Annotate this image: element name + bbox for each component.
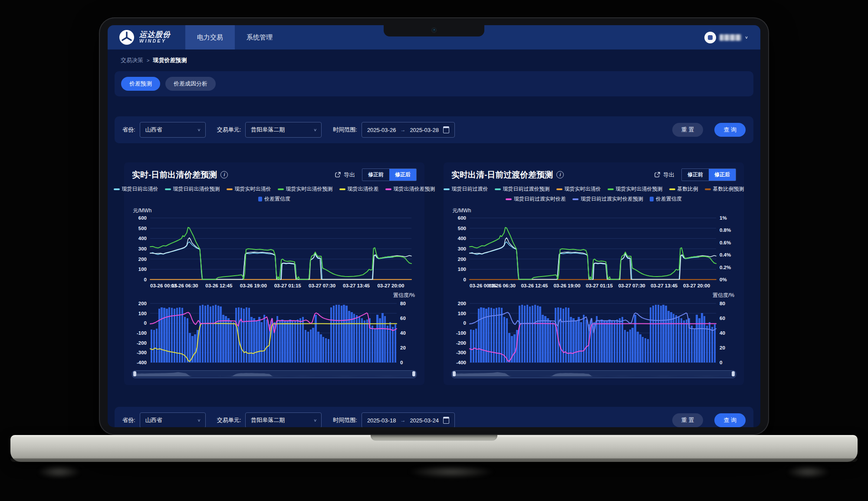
laptop-foot-shadow	[37, 465, 81, 478]
legend-item[interactable]: 现货实时出清价预测	[608, 185, 663, 193]
date-end[interactable]: 2025-03-28	[410, 127, 439, 133]
svg-text:0: 0	[464, 277, 466, 282]
reset-button[interactable]: 重 置	[672, 413, 704, 427]
legend-item[interactable]: 现货出清价差预测	[385, 185, 435, 193]
date-range-picker[interactable]: 2025-03-26 → 2025-03-28	[362, 122, 455, 138]
legend-swatch	[608, 188, 614, 190]
date-range-picker[interactable]: 2025-03-18 → 2025-03-24	[362, 412, 455, 427]
legend-item[interactable]: 现货日前出清价预测	[165, 185, 220, 193]
datazoom-slider[interactable]	[451, 370, 736, 378]
filter-bar-top: 省份: 山西省 ∨ 交易单元: 昔阳皋落二期 ∨ 时间范围: 2025-03-2…	[115, 116, 753, 143]
svg-text:03-27 13:45: 03-27 13:45	[343, 283, 370, 288]
svg-text:03-27 01:15: 03-27 01:15	[586, 283, 613, 288]
legend-item[interactable]: 现货出清价差	[339, 185, 379, 193]
export-label: 导出	[344, 171, 355, 179]
legend-item[interactable]: 价差置信度	[258, 195, 290, 203]
toggle-after-correction[interactable]: 修正后	[389, 169, 416, 181]
info-icon[interactable]: i	[220, 171, 228, 178]
legend-swatch	[258, 197, 262, 201]
date-start[interactable]: 2025-03-26	[367, 127, 396, 133]
date-start[interactable]: 2025-03-18	[367, 417, 396, 424]
trading-unit-select[interactable]: 昔阳皋落二期 ∨	[245, 122, 322, 138]
svg-text:60: 60	[720, 316, 725, 321]
legend-item[interactable]: 现货日前过渡实时价差	[506, 195, 566, 203]
svg-text:60: 60	[400, 316, 406, 321]
legend-item[interactable]: 现货实时出清价	[227, 185, 271, 193]
svg-text:03-26 19:00: 03-26 19:00	[240, 283, 267, 288]
breadcrumb-parent[interactable]: 交易决策	[121, 56, 143, 64]
svg-text:0.4%: 0.4%	[720, 252, 731, 257]
nav-item-power-trading[interactable]: 电力交易	[185, 25, 235, 49]
legend-item[interactable]: 现货实时出清价预测	[278, 185, 333, 193]
legend-swatch	[227, 188, 233, 190]
province-label: 省份:	[122, 126, 135, 134]
trading-unit-value: 昔阳皋落二期	[251, 416, 285, 424]
diff-confidence-chart[interactable]: 2001000-100-200-300-400806040200	[451, 300, 736, 366]
svg-text:1%: 1%	[720, 215, 727, 221]
user-menu[interactable]: ∨	[704, 25, 760, 49]
chart-svg: 2001000-100-200-300-400806040200	[451, 300, 736, 366]
brand-name-cn: 运达股份	[139, 31, 171, 39]
chevron-down-icon: ∨	[313, 418, 317, 422]
legend-item[interactable]: 现货实时出清价	[556, 185, 601, 193]
legend-item[interactable]: 基数比例预测	[705, 185, 744, 193]
svg-text:400: 400	[138, 236, 147, 241]
svg-text:300: 300	[138, 246, 147, 251]
svg-text:03-26 12:45: 03-26 12:45	[521, 283, 548, 288]
reset-button[interactable]: 重 置	[672, 123, 704, 137]
price-line-chart[interactable]: 600500400300200100003-26 00:1503-26 06:3…	[132, 214, 417, 291]
legend-swatch	[114, 188, 120, 190]
export-button[interactable]: 导出	[654, 171, 674, 179]
svg-text:-200: -200	[456, 340, 466, 346]
toggle-before-correction[interactable]: 修正前	[682, 169, 709, 181]
tab-price-diff-cause-analysis[interactable]: 价差成因分析	[165, 77, 216, 91]
date-end[interactable]: 2025-03-24	[410, 417, 439, 424]
info-icon[interactable]: i	[556, 171, 564, 178]
svg-text:0: 0	[720, 360, 722, 365]
query-button[interactable]: 查 询	[714, 413, 746, 427]
province-select[interactable]: 山西省 ∨	[140, 122, 206, 138]
legend-item[interactable]: 现货日前出清价	[114, 185, 158, 193]
legend-item[interactable]: 现货日前过渡价预测	[495, 185, 550, 193]
trading-unit-select[interactable]: 昔阳皋落二期 ∨	[245, 412, 322, 427]
legend-item[interactable]: 现货日前过渡实时价差预测	[572, 195, 643, 203]
y-axis-unit-label: 元/MWh	[133, 207, 417, 214]
svg-text:200: 200	[138, 301, 147, 306]
svg-text:200: 200	[458, 301, 466, 306]
laptop-foot-shadow	[786, 465, 830, 478]
username-redacted	[720, 34, 741, 41]
legend-item[interactable]: 现货日前过渡价	[444, 185, 488, 193]
chevron-down-icon[interactable]: ∨	[745, 35, 748, 40]
province-select[interactable]: 山西省 ∨	[140, 412, 206, 427]
legend-label: 价差置信度	[264, 195, 290, 203]
price-line-chart[interactable]: 60050040030020010001%0.8%0.6%0.4%0.2%0%0…	[451, 214, 736, 291]
toggle-before-correction[interactable]: 修正前	[362, 169, 389, 181]
legend-item[interactable]: 价差置信度	[650, 195, 682, 203]
svg-text:03-26 06:30: 03-26 06:30	[489, 283, 516, 288]
export-button[interactable]: 导出	[335, 171, 355, 179]
arrow-right-icon: →	[400, 127, 405, 133]
legend-label: 现货日前出清价预测	[173, 185, 220, 193]
svg-text:-400: -400	[456, 360, 466, 365]
chart-svg: 600500400300200100003-26 00:1503-26 06:3…	[132, 214, 417, 291]
panel-title: 实时-日前出清价差预测	[132, 169, 217, 181]
tab-price-diff-forecast[interactable]: 价差预测	[121, 77, 160, 91]
panel-title: 实时出清-日前过渡价差预测	[451, 169, 553, 181]
arrow-right-icon: →	[400, 417, 405, 423]
svg-text:-200: -200	[137, 340, 147, 346]
correction-toggle: 修正前 修正后	[681, 168, 736, 181]
toggle-after-correction[interactable]: 修正后	[709, 169, 736, 181]
datazoom-slider[interactable]	[132, 370, 417, 378]
nav-item-system-management[interactable]: 系统管理	[235, 25, 284, 49]
avatar[interactable]	[704, 32, 716, 43]
breadcrumb: 交易决策 > 现货价差预测	[108, 49, 760, 68]
diff-confidence-chart[interactable]: 2001000-100-200-300-400806040200	[132, 300, 417, 366]
svg-text:40: 40	[400, 330, 406, 336]
export-icon	[654, 171, 661, 178]
legend-swatch	[556, 188, 562, 190]
calendar-icon	[443, 417, 449, 424]
query-button[interactable]: 查 询	[714, 123, 746, 137]
confidence-axis-label: 置信度/%	[451, 292, 734, 299]
datazoom-profile	[452, 371, 736, 378]
legend-item[interactable]: 基数比例	[669, 185, 698, 193]
